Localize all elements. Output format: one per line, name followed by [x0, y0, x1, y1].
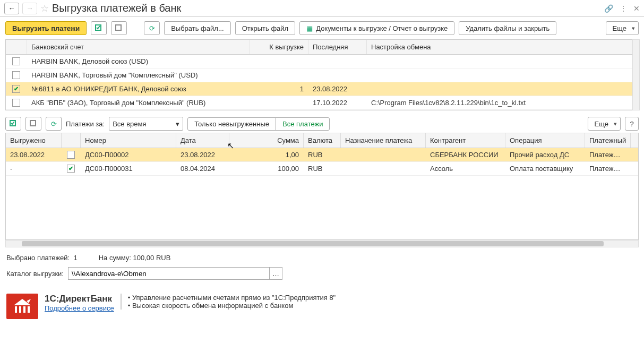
account-checkbox[interactable] [12, 85, 20, 93]
check-all-payments-button[interactable] [5, 117, 21, 131]
svg-rect-6 [23, 306, 25, 313]
all-payments-option[interactable]: Все платежи [276, 118, 329, 130]
account-config [367, 87, 638, 92]
help-button[interactable]: ? [625, 117, 639, 131]
col-currency[interactable]: Валюта [304, 133, 341, 148]
refresh-payments-button[interactable]: ⟳ [46, 117, 62, 131]
check-all-button[interactable] [91, 21, 107, 35]
col-qty[interactable]: К выгрузке [250, 40, 308, 54]
col-purpose[interactable]: Назначение платежа [341, 133, 426, 148]
payment-number: ДС00-П000031 [81, 162, 176, 175]
payment-purpose [341, 152, 426, 158]
col-account[interactable]: Банковский счет [27, 40, 250, 54]
more-button-payments[interactable]: Еще [588, 117, 621, 131]
account-qty [250, 100, 308, 106]
promo-bullet-1: • Управление расчетными счетами прямо из… [128, 294, 336, 302]
payment-currency: RUB [304, 148, 341, 161]
account-row[interactable]: HARBIN BANK, Торговый дом "Комплексный" … [6, 68, 638, 82]
favorite-star-icon[interactable]: ☆ [40, 3, 49, 14]
export-payments-button[interactable]: Выгрузить платежи [5, 21, 87, 35]
account-checkbox[interactable] [12, 57, 20, 65]
account-name: HARBIN BANK, Деловой союз (USD) [27, 55, 250, 68]
period-select[interactable]: Все время▾ [109, 117, 183, 131]
kebab-icon[interactable]: ⋮ [620, 4, 627, 13]
payment-agent: Ассоль [426, 162, 505, 175]
payment-purpose [341, 166, 426, 171]
account-qty [250, 59, 308, 64]
svg-rect-5 [19, 306, 21, 313]
svg-rect-1 [116, 25, 121, 30]
promo-title: 1С:ДиректБанк [45, 294, 114, 304]
col-config[interactable]: Настройка обмена [367, 40, 638, 54]
open-file-button[interactable]: Открыть файл [235, 21, 295, 35]
docs-report-button[interactable]: ▦Документы к выгрузке / Отчет о выгрузке [299, 21, 454, 35]
account-row[interactable]: HARBIN BANK, Деловой союз (USD) [6, 55, 638, 68]
select-file-button[interactable]: Выбрать файл... [164, 21, 231, 35]
payment-exported: - [6, 162, 62, 175]
payment-row[interactable]: 23.08.2022ДС00-П0000223.08.20221,00RUBСБ… [6, 148, 638, 162]
back-button[interactable]: ← [4, 3, 19, 14]
payment-operation: Оплата поставщику [505, 162, 585, 175]
refresh-button[interactable]: ⟳ [144, 21, 160, 35]
col-paydoc[interactable]: Платежный [585, 133, 631, 148]
svg-rect-4 [15, 306, 17, 313]
uncheck-all-payments-button[interactable] [25, 117, 41, 131]
payment-sum: 100,00 [229, 162, 304, 175]
payment-checkbox[interactable] [67, 165, 75, 173]
account-last [308, 73, 367, 78]
col-exported[interactable]: Выгружено [6, 133, 62, 148]
svg-rect-3 [30, 121, 36, 126]
payment-number: ДС00-П00002 [81, 148, 176, 161]
selected-count-label: Выбрано платежей: 1 [6, 254, 78, 262]
account-name: №6811 в АО ЮНИКРЕДИТ БАНК, Деловой союз [27, 82, 250, 96]
promo-bullet-2: • Высокая скорость обмена информацией с … [128, 302, 336, 310]
page-title: Выгрузка платежей в банк [52, 2, 601, 14]
close-icon[interactable]: ✕ [633, 4, 640, 13]
payment-checkbox[interactable] [67, 151, 75, 159]
period-label: Платежи за: [66, 120, 105, 128]
payments-filter-segment: Только невыгруженные Все платежи [187, 117, 330, 131]
uncheck-all-button[interactable] [111, 21, 127, 35]
col-operation[interactable]: Операция [505, 133, 585, 148]
account-last: 23.08.2022 [308, 82, 367, 96]
accounts-grid: Банковский счет К выгрузке Последняя Нас… [5, 39, 639, 110]
payment-exported: 23.08.2022 [6, 148, 62, 161]
payments-hscrollbar[interactable] [5, 240, 639, 247]
account-row[interactable]: №6811 в АО ЮНИКРЕДИТ БАНК, Деловой союз1… [6, 82, 638, 96]
catalog-input[interactable] [68, 267, 270, 280]
col-check2 [62, 133, 81, 148]
more-button-top[interactable]: Еще [606, 21, 639, 35]
catalog-browse-button[interactable]: … [270, 267, 282, 280]
svg-rect-7 [28, 306, 30, 313]
promo-link[interactable]: Подробнее о сервисе [45, 304, 114, 312]
account-last: 17.10.2022 [308, 96, 367, 109]
payment-paydoc: Платежное [585, 148, 628, 161]
col-number[interactable]: Номер [81, 133, 176, 148]
forward-button[interactable]: → [22, 3, 37, 14]
account-name: АКБ "ВПБ" (ЗАО), Торговый дом "Комплексн… [27, 96, 250, 109]
col-agent[interactable]: Контрагент [426, 133, 505, 148]
col-date[interactable]: Дата [176, 133, 229, 148]
account-config [367, 73, 638, 78]
accounts-scrollbar[interactable] [632, 39, 640, 110]
only-unloaded-option[interactable]: Только невыгруженные [188, 118, 276, 130]
account-row[interactable]: АКБ "ВПБ" (ЗАО), Торговый дом "Комплексн… [6, 96, 638, 110]
sum-label: На сумму: 100,00 RUB [99, 254, 171, 262]
account-name: HARBIN BANK, Торговый дом "Комплексный" … [27, 68, 250, 82]
col-check [6, 40, 27, 54]
catalog-label: Каталог выгрузки: [6, 270, 64, 278]
account-qty [250, 73, 308, 78]
account-checkbox[interactable] [12, 99, 20, 107]
payment-date: 08.04.2024 [176, 162, 229, 175]
payments-grid: Выгружено Номер Дата Сумма Валюта Назнач… [5, 133, 639, 240]
payment-agent: СБЕРБАНК РОССИИ [426, 148, 505, 161]
payment-row[interactable]: -ДС00-П00003108.04.2024100,00RUBАссольОп… [6, 162, 638, 176]
col-sum[interactable]: Сумма [229, 133, 304, 148]
account-config: C:\Program Files\1cv82\8.2.11.229\bin\1c… [367, 96, 638, 109]
delete-close-button[interactable]: Удалить файлы и закрыть [459, 21, 556, 35]
payment-paydoc: Платежное [585, 162, 628, 175]
col-last[interactable]: Последняя [308, 40, 367, 54]
payment-sum: 1,00 [229, 148, 304, 161]
account-checkbox[interactable] [12, 71, 20, 79]
link-icon[interactable]: 🔗 [604, 4, 613, 13]
